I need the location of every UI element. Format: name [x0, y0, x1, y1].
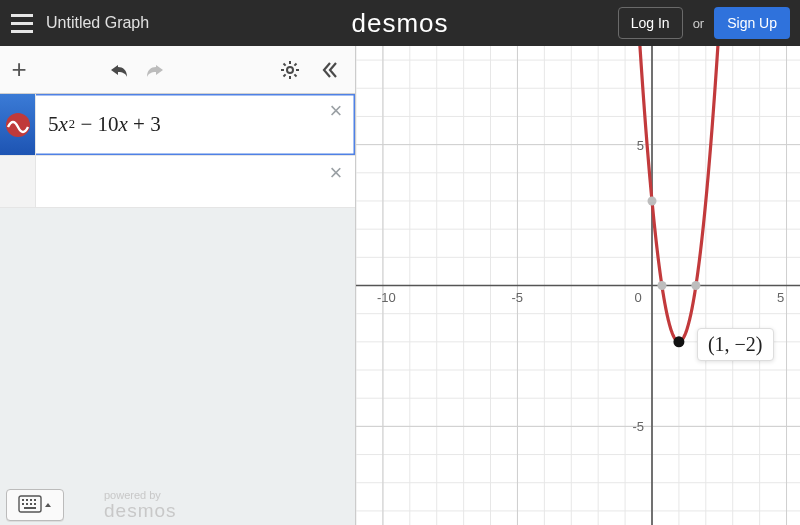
svg-rect-63 — [22, 499, 24, 501]
desmos-logo: desmos — [351, 8, 448, 39]
main-menu-button[interactable] — [0, 0, 44, 46]
svg-point-58 — [648, 196, 657, 205]
or-text: or — [693, 16, 705, 31]
graph-canvas[interactable]: -10-5055-5 (1, −2) — [356, 46, 800, 525]
svg-rect-71 — [24, 507, 36, 509]
svg-rect-67 — [22, 503, 24, 505]
expression-row-2[interactable]: × — [0, 156, 355, 208]
undo-button[interactable] — [104, 55, 134, 85]
svg-line-7 — [284, 74, 286, 76]
svg-text:5: 5 — [637, 138, 644, 153]
signup-button[interactable]: Sign Up — [714, 7, 790, 39]
settings-button[interactable] — [275, 55, 305, 85]
svg-rect-64 — [26, 499, 28, 501]
expression-icon[interactable] — [0, 94, 36, 155]
svg-point-59 — [657, 281, 666, 290]
graph-title[interactable]: Untitled Graph — [46, 14, 149, 32]
svg-point-61 — [673, 336, 684, 347]
svg-rect-65 — [30, 499, 32, 501]
point-label: (1, −2) — [697, 328, 774, 361]
keypad-toggle-button[interactable] — [6, 489, 64, 521]
svg-rect-70 — [34, 503, 36, 505]
add-expression-button[interactable]: + — [0, 46, 38, 94]
delete-expression-button[interactable]: × — [325, 100, 347, 122]
svg-text:-5: -5 — [511, 290, 523, 305]
svg-line-8 — [294, 63, 296, 65]
expression-row-1[interactable]: 5x2 − 10x + 3 × — [0, 94, 355, 156]
svg-rect-69 — [30, 503, 32, 505]
svg-rect-68 — [26, 503, 28, 505]
svg-text:-5: -5 — [632, 419, 644, 434]
svg-rect-66 — [34, 499, 36, 501]
svg-text:5: 5 — [777, 290, 784, 305]
svg-text:0: 0 — [634, 290, 641, 305]
redo-button — [140, 55, 170, 85]
svg-point-0 — [287, 67, 293, 73]
powered-by: powered by desmos — [104, 490, 177, 520]
collapse-panel-button[interactable] — [315, 55, 345, 85]
svg-line-6 — [294, 74, 296, 76]
expression-panel: + — [0, 46, 356, 525]
svg-text:-10: -10 — [377, 290, 396, 305]
svg-line-5 — [284, 63, 286, 65]
svg-point-60 — [691, 281, 700, 290]
expression-input[interactable]: 5x2 − 10x + 3 — [36, 94, 355, 155]
login-button[interactable]: Log In — [618, 7, 683, 39]
delete-expression-button[interactable]: × — [325, 162, 347, 184]
